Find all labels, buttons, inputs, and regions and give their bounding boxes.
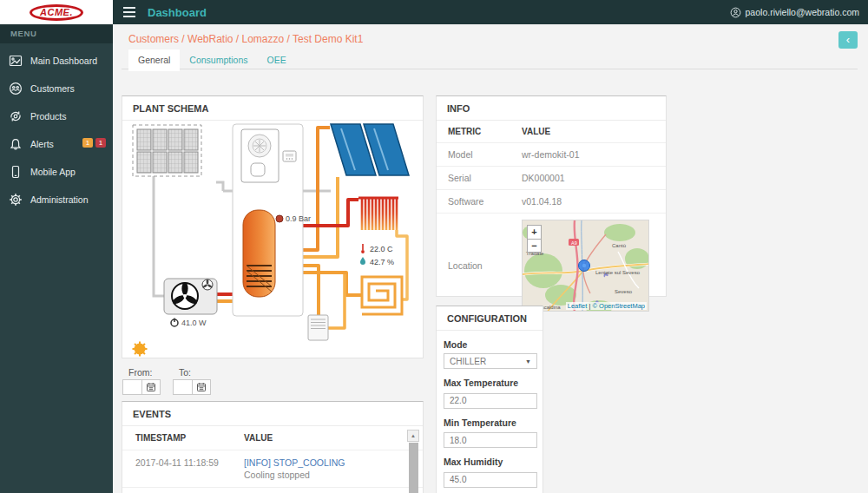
scrollbar-up-button[interactable]: ▲	[407, 430, 419, 442]
events-card: EVENTS TIMESTAMP VALUE 2017-04-11 11:18:…	[122, 401, 424, 493]
mode-select-value: CHILLER	[450, 357, 486, 366]
mode-select[interactable]: CHILLER ▼	[444, 353, 537, 369]
event-timestamp: 2017-04-11 14:17:19	[122, 488, 244, 493]
plant-schema-title: PLANT SCHEMA	[122, 96, 423, 121]
leaflet-link[interactable]: Leaflet	[568, 302, 588, 310]
power-reading-group: 41.0 W	[171, 319, 207, 328]
info-metric: Software	[437, 190, 522, 213]
osm-link[interactable]: © OpenStreetMap	[592, 302, 645, 310]
event-value-description: Cooling stopped	[244, 470, 423, 480]
fan-coil-unit	[308, 315, 328, 340]
customers-icon	[9, 82, 23, 95]
topbar: Dashboard paolo.riviello@webratio.com	[113, 0, 868, 24]
from-label: From:	[128, 367, 152, 378]
event-row: 2017-04-11 11:18:59 [INFO] STOP_COOLING …	[122, 450, 423, 487]
event-value-link[interactable]: [INFO] STOP_COOLING	[244, 457, 423, 468]
info-value: DK000001	[522, 167, 666, 189]
from-date-input[interactable]	[122, 379, 141, 395]
humidity-droplet-icon	[360, 257, 365, 265]
sun-icon	[133, 342, 148, 357]
chiller-unit	[164, 279, 217, 314]
hamburger-glyph	[123, 7, 135, 17]
sidebar-item-label: Administration	[30, 194, 89, 205]
info-header-row: METRIC VALUE	[437, 121, 666, 142]
collapse-panel-button[interactable]: ‹	[838, 31, 858, 49]
app-root: { "logo": { "text": "ACME." }, "header":…	[0, 0, 868, 493]
plant-schema-card: PLANT SCHEMA	[122, 95, 424, 358]
svg-text:Seveso: Seveso	[615, 289, 633, 294]
hamburger-menu-icon[interactable]	[120, 4, 139, 20]
to-date-input[interactable]	[173, 379, 192, 395]
configuration-title: CONFIGURATION	[437, 306, 542, 331]
map-zoom-out-button[interactable]: −	[527, 239, 542, 253]
min-temperature-input[interactable]	[444, 432, 537, 448]
info-col-value: VALUE	[522, 121, 666, 142]
configuration-card: CONFIGURATION Mode CHILLER ▼ Max Tempera…	[436, 306, 543, 493]
to-label: To:	[179, 367, 191, 378]
dashboard-icon	[9, 54, 23, 68]
info-title: INFO	[437, 96, 666, 121]
tab-oee[interactable]: OEE	[257, 49, 295, 71]
sidebar-item-products[interactable]: Products	[0, 102, 113, 130]
to-date-group	[173, 379, 211, 395]
alerts-badge-warning[interactable]: 1	[82, 138, 93, 148]
tab-consumptions[interactable]: Consumptions	[180, 49, 257, 71]
info-metric: Serial	[437, 167, 522, 189]
logo-text: ACME.	[40, 7, 73, 17]
humidity-reading: 42.7 %	[370, 258, 394, 266]
user-icon	[730, 7, 741, 18]
sidebar-item-label: Products	[30, 111, 66, 122]
svg-text:Cantù: Cantù	[612, 243, 626, 248]
plant-schema-diagram: 0.9 Bar 22.0 C 42.7 %	[122, 120, 423, 358]
scrollbar-thumb[interactable]	[409, 443, 418, 493]
sidebar-nav: Main Dashboard Customers Products	[0, 43, 113, 214]
map-zoom-in-button[interactable]: +	[527, 225, 542, 239]
alerts-badge-critical[interactable]: 1	[95, 138, 106, 148]
sidebar-item-label: Main Dashboard	[30, 56, 97, 66]
gear-icon	[9, 193, 23, 207]
tab-general[interactable]: General	[128, 49, 180, 71]
event-timestamp: 2017-04-11 11:18:59	[122, 450, 244, 487]
from-date-calendar-button[interactable]	[141, 379, 161, 395]
info-card: INFO METRIC VALUE Model wr-demokit-01 Se…	[436, 95, 667, 297]
info-row-software: Software v01.04.18	[437, 189, 666, 213]
info-metric: Model	[437, 143, 522, 166]
events-title: EVENTS	[122, 402, 423, 426]
info-row-model: Model wr-demokit-01	[437, 142, 666, 166]
events-col-timestamp: TIMESTAMP	[122, 426, 244, 450]
motorway-badge-label: A9	[571, 240, 577, 246]
menu-section-label: MENU	[0, 24, 113, 43]
sidebar-item-administration[interactable]: Administration	[0, 186, 113, 214]
map-attribution: Leaflet | © OpenStreetMap	[566, 302, 647, 310]
sidebar-item-customers[interactable]: Customers	[0, 75, 113, 102]
events-col-value: VALUE	[244, 426, 423, 450]
max-temperature-label: Max Temperature	[444, 378, 532, 388]
max-temperature-input[interactable]	[444, 393, 537, 409]
events-scrollbar: ▲	[407, 430, 419, 493]
map-zoom-controls: + −	[527, 225, 542, 253]
info-value: wr-demokit-01	[522, 143, 666, 166]
mode-label: Mode	[444, 339, 532, 350]
acme-logo[interactable]: ACME.	[30, 4, 83, 21]
sidebar-item-alerts[interactable]: Alerts 1 1	[0, 130, 113, 158]
user-menu[interactable]: paolo.riviello@webratio.com	[730, 7, 859, 18]
logo-area: ACME.	[0, 0, 113, 24]
info-row-serial: Serial DK000001	[437, 166, 666, 189]
event-row: 2017-04-11 14:17:19 [INFO] START_COOLING	[122, 487, 423, 493]
breadcrumb[interactable]: Customers / WebRatio / Lomazzo / Test De…	[128, 33, 363, 45]
sidebar: ACME. MENU Main Dashboard Customers	[0, 0, 113, 493]
chevron-down-icon: ▼	[525, 358, 531, 365]
power-reading: 41.0 W	[181, 319, 207, 327]
events-header-row: TIMESTAMP VALUE	[122, 426, 423, 450]
temperature-reading: 22.0 C	[370, 245, 393, 253]
location-map[interactable]: A9 Cantù Tradate Lentate sul Seveso Seve…	[522, 220, 649, 312]
attribution-separator: |	[589, 302, 590, 310]
products-icon	[9, 109, 23, 123]
sidebar-item-mobile-app[interactable]: Mobile App	[0, 158, 113, 186]
room-readings: 22.0 C 42.7 %	[360, 244, 394, 266]
to-date-calendar-button[interactable]	[192, 379, 211, 395]
max-humidity-input[interactable]	[444, 472, 537, 488]
svg-text:Lentate sul Seveso: Lentate sul Seveso	[595, 270, 641, 275]
sidebar-item-main-dashboard[interactable]: Main Dashboard	[0, 47, 113, 75]
pressure-gauge-icon	[276, 215, 283, 222]
